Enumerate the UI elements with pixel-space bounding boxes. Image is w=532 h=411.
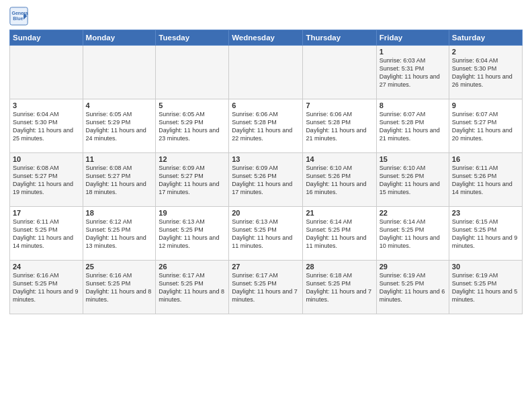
day-number: 5	[159, 101, 226, 109]
day-info: Sunrise: 6:03 AM Sunset: 5:31 PM Dayligh…	[380, 56, 446, 89]
logo: General Blue	[9, 7, 31, 26]
weekday-wednesday: Wednesday	[229, 30, 303, 46]
day-number: 16	[452, 155, 519, 163]
weekday-thursday: Thursday	[303, 30, 376, 46]
day-info: Sunrise: 6:10 AM Sunset: 5:26 PM Dayligh…	[306, 164, 373, 197]
day-number: 23	[452, 209, 519, 217]
day-cell: 7Sunrise: 6:06 AM Sunset: 5:28 PM Daylig…	[303, 99, 376, 153]
day-number: 14	[306, 155, 373, 163]
day-cell: 24Sunrise: 6:16 AM Sunset: 5:25 PM Dayli…	[10, 261, 83, 314]
day-number: 27	[232, 263, 300, 271]
day-number: 1	[380, 48, 446, 56]
day-number: 22	[380, 209, 446, 217]
day-cell: 25Sunrise: 6:16 AM Sunset: 5:25 PM Dayli…	[83, 261, 156, 314]
day-number: 4	[86, 101, 153, 109]
day-cell: 29Sunrise: 6:19 AM Sunset: 5:25 PM Dayli…	[376, 261, 449, 314]
day-cell	[303, 46, 376, 99]
day-number: 6	[232, 101, 300, 109]
day-cell: 26Sunrise: 6:17 AM Sunset: 5:25 PM Dayli…	[156, 261, 229, 314]
day-cell	[229, 46, 303, 99]
week-row-5: 24Sunrise: 6:16 AM Sunset: 5:25 PM Dayli…	[10, 261, 523, 314]
day-cell: 19Sunrise: 6:13 AM Sunset: 5:25 PM Dayli…	[156, 207, 229, 261]
day-number: 26	[159, 263, 226, 271]
day-number: 3	[13, 101, 80, 109]
day-info: Sunrise: 6:16 AM Sunset: 5:25 PM Dayligh…	[86, 271, 153, 304]
day-info: Sunrise: 6:04 AM Sunset: 5:30 PM Dayligh…	[13, 110, 80, 143]
day-info: Sunrise: 6:17 AM Sunset: 5:25 PM Dayligh…	[159, 271, 226, 304]
day-info: Sunrise: 6:05 AM Sunset: 5:29 PM Dayligh…	[159, 110, 226, 143]
day-cell	[10, 46, 83, 99]
day-number: 12	[159, 155, 226, 163]
day-cell: 18Sunrise: 6:12 AM Sunset: 5:25 PM Dayli…	[83, 207, 156, 261]
logo-icon: General Blue	[9, 7, 28, 26]
weekday-monday: Monday	[83, 30, 156, 46]
day-info: Sunrise: 6:08 AM Sunset: 5:27 PM Dayligh…	[13, 164, 80, 197]
day-info: Sunrise: 6:06 AM Sunset: 5:28 PM Dayligh…	[232, 110, 300, 143]
day-info: Sunrise: 6:11 AM Sunset: 5:26 PM Dayligh…	[452, 164, 519, 197]
day-cell: 20Sunrise: 6:13 AM Sunset: 5:25 PM Dayli…	[229, 207, 303, 261]
day-cell: 17Sunrise: 6:11 AM Sunset: 5:25 PM Dayli…	[10, 207, 83, 261]
day-number: 25	[86, 263, 153, 271]
day-number: 29	[380, 263, 446, 271]
day-info: Sunrise: 6:17 AM Sunset: 5:25 PM Dayligh…	[232, 271, 300, 304]
day-info: Sunrise: 6:15 AM Sunset: 5:25 PM Dayligh…	[452, 218, 519, 250]
day-cell: 3Sunrise: 6:04 AM Sunset: 5:30 PM Daylig…	[10, 99, 83, 153]
day-number: 10	[13, 155, 80, 163]
day-cell: 21Sunrise: 6:14 AM Sunset: 5:25 PM Dayli…	[303, 207, 376, 261]
day-cell: 8Sunrise: 6:07 AM Sunset: 5:28 PM Daylig…	[376, 99, 449, 153]
week-row-4: 17Sunrise: 6:11 AM Sunset: 5:25 PM Dayli…	[10, 207, 523, 261]
day-number: 8	[380, 101, 446, 109]
day-info: Sunrise: 6:07 AM Sunset: 5:27 PM Dayligh…	[452, 110, 519, 143]
day-number: 28	[306, 263, 373, 271]
day-number: 19	[159, 209, 226, 217]
day-number: 18	[86, 209, 153, 217]
week-row-3: 10Sunrise: 6:08 AM Sunset: 5:27 PM Dayli…	[10, 153, 523, 207]
day-info: Sunrise: 6:08 AM Sunset: 5:27 PM Dayligh…	[86, 164, 153, 197]
day-info: Sunrise: 6:12 AM Sunset: 5:25 PM Dayligh…	[86, 218, 153, 250]
day-cell: 22Sunrise: 6:14 AM Sunset: 5:25 PM Dayli…	[376, 207, 449, 261]
day-cell	[156, 46, 229, 99]
day-info: Sunrise: 6:05 AM Sunset: 5:29 PM Dayligh…	[86, 110, 153, 143]
day-cell: 10Sunrise: 6:08 AM Sunset: 5:27 PM Dayli…	[10, 153, 83, 207]
weekday-tuesday: Tuesday	[156, 30, 229, 46]
day-cell: 23Sunrise: 6:15 AM Sunset: 5:25 PM Dayli…	[449, 207, 522, 261]
calendar-table: SundayMondayTuesdayWednesdayThursdayFrid…	[9, 30, 523, 314]
day-cell: 30Sunrise: 6:19 AM Sunset: 5:25 PM Dayli…	[449, 261, 522, 314]
day-cell: 15Sunrise: 6:10 AM Sunset: 5:26 PM Dayli…	[376, 153, 449, 207]
day-number: 15	[380, 155, 446, 163]
day-info: Sunrise: 6:11 AM Sunset: 5:25 PM Dayligh…	[13, 218, 80, 250]
day-info: Sunrise: 6:09 AM Sunset: 5:27 PM Dayligh…	[159, 164, 226, 197]
day-info: Sunrise: 6:13 AM Sunset: 5:25 PM Dayligh…	[232, 218, 300, 250]
day-cell: 28Sunrise: 6:18 AM Sunset: 5:25 PM Dayli…	[303, 261, 376, 314]
day-cell: 2Sunrise: 6:04 AM Sunset: 5:30 PM Daylig…	[449, 46, 522, 99]
day-cell: 9Sunrise: 6:07 AM Sunset: 5:27 PM Daylig…	[449, 99, 522, 153]
day-info: Sunrise: 6:19 AM Sunset: 5:25 PM Dayligh…	[380, 271, 446, 304]
day-cell: 6Sunrise: 6:06 AM Sunset: 5:28 PM Daylig…	[229, 99, 303, 153]
day-number: 13	[232, 155, 300, 163]
week-row-1: 1Sunrise: 6:03 AM Sunset: 5:31 PM Daylig…	[10, 46, 523, 99]
day-cell: 5Sunrise: 6:05 AM Sunset: 5:29 PM Daylig…	[156, 99, 229, 153]
svg-text:Blue: Blue	[13, 16, 23, 21]
day-cell	[83, 46, 156, 99]
day-number: 20	[232, 209, 300, 217]
weekday-saturday: Saturday	[449, 30, 522, 46]
day-number: 7	[306, 101, 373, 109]
day-cell: 16Sunrise: 6:11 AM Sunset: 5:26 PM Dayli…	[449, 153, 522, 207]
day-info: Sunrise: 6:09 AM Sunset: 5:26 PM Dayligh…	[232, 164, 300, 197]
day-info: Sunrise: 6:14 AM Sunset: 5:25 PM Dayligh…	[306, 218, 373, 250]
day-info: Sunrise: 6:19 AM Sunset: 5:25 PM Dayligh…	[452, 271, 519, 304]
day-number: 9	[452, 101, 519, 109]
day-cell: 11Sunrise: 6:08 AM Sunset: 5:27 PM Dayli…	[83, 153, 156, 207]
day-cell: 1Sunrise: 6:03 AM Sunset: 5:31 PM Daylig…	[376, 46, 449, 99]
day-info: Sunrise: 6:18 AM Sunset: 5:25 PM Dayligh…	[306, 271, 373, 304]
header: General Blue	[9, 7, 523, 26]
day-info: Sunrise: 6:14 AM Sunset: 5:25 PM Dayligh…	[380, 218, 446, 250]
day-cell: 12Sunrise: 6:09 AM Sunset: 5:27 PM Dayli…	[156, 153, 229, 207]
day-info: Sunrise: 6:13 AM Sunset: 5:25 PM Dayligh…	[159, 218, 226, 250]
weekday-header-row: SundayMondayTuesdayWednesdayThursdayFrid…	[10, 30, 523, 46]
day-cell: 14Sunrise: 6:10 AM Sunset: 5:26 PM Dayli…	[303, 153, 376, 207]
day-number: 2	[452, 48, 519, 56]
day-info: Sunrise: 6:16 AM Sunset: 5:25 PM Dayligh…	[13, 271, 80, 304]
week-row-2: 3Sunrise: 6:04 AM Sunset: 5:30 PM Daylig…	[10, 99, 523, 153]
day-number: 17	[13, 209, 80, 217]
